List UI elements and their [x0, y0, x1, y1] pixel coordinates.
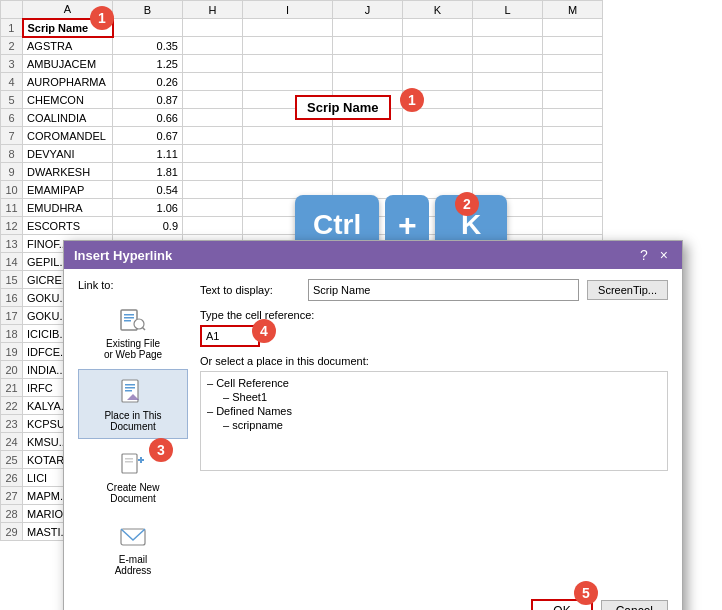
cell-a12[interactable]: ESCORTS: [23, 217, 113, 235]
tree-defined-names[interactable]: – Defined Names: [207, 404, 661, 418]
cell-empty[interactable]: [543, 109, 603, 127]
cell-empty[interactable]: [543, 19, 603, 37]
cell-b8[interactable]: 1.11: [113, 145, 183, 163]
col-header-h[interactable]: H: [183, 1, 243, 19]
cell-empty[interactable]: [543, 145, 603, 163]
cell-empty[interactable]: [473, 19, 543, 37]
cell-b9[interactable]: 1.81: [113, 163, 183, 181]
cell-b12[interactable]: 0.9: [113, 217, 183, 235]
cell-empty[interactable]: [403, 145, 473, 163]
cell-empty[interactable]: [183, 37, 243, 55]
cell-b11[interactable]: 1.06: [113, 199, 183, 217]
link-option-create-new[interactable]: Create NewDocument 3: [78, 441, 188, 511]
cell-a4[interactable]: AUROPHARMA: [23, 73, 113, 91]
cell-empty[interactable]: [243, 163, 333, 181]
screentip-button[interactable]: ScreenTip...: [587, 280, 668, 300]
cell-b2[interactable]: 0.35: [113, 37, 183, 55]
cell-a2[interactable]: AGSTRA: [23, 37, 113, 55]
tree-cell-reference[interactable]: – Cell Reference: [207, 376, 661, 390]
badge-1-header: 1: [90, 6, 114, 30]
cell-a10[interactable]: EMAMIPAP: [23, 181, 113, 199]
cell-empty[interactable]: [243, 19, 333, 37]
cell-empty[interactable]: [333, 127, 403, 145]
cell-empty[interactable]: [183, 145, 243, 163]
cell-empty[interactable]: [473, 127, 543, 145]
cell-empty[interactable]: [183, 181, 243, 199]
cell-empty[interactable]: [333, 145, 403, 163]
cell-empty[interactable]: [473, 163, 543, 181]
cell-empty[interactable]: [543, 73, 603, 91]
col-header-k[interactable]: K: [403, 1, 473, 19]
cell-empty[interactable]: [403, 127, 473, 145]
cell-empty[interactable]: [183, 163, 243, 181]
cell-empty[interactable]: [243, 73, 333, 91]
cell-empty[interactable]: [183, 55, 243, 73]
cell-empty[interactable]: [473, 91, 543, 109]
cell-empty[interactable]: [243, 55, 333, 73]
cell-empty[interactable]: [473, 37, 543, 55]
cell-empty[interactable]: [543, 163, 603, 181]
cell-empty[interactable]: [183, 199, 243, 217]
cell-empty[interactable]: [333, 55, 403, 73]
row-number: 13: [1, 235, 23, 253]
col-header-m[interactable]: M: [543, 1, 603, 19]
cell-empty[interactable]: [243, 37, 333, 55]
cell-empty[interactable]: [403, 37, 473, 55]
col-header-l[interactable]: L: [473, 1, 543, 19]
cell-a6[interactable]: COALINDIA: [23, 109, 113, 127]
cell-empty[interactable]: [183, 73, 243, 91]
cell-empty[interactable]: [543, 127, 603, 145]
col-header-b[interactable]: B: [113, 1, 183, 19]
tree-scripname[interactable]: – scripname: [207, 418, 661, 432]
cell-empty[interactable]: [473, 73, 543, 91]
cell-b3[interactable]: 1.25: [113, 55, 183, 73]
col-header-j[interactable]: J: [333, 1, 403, 19]
cell-b5[interactable]: 0.87: [113, 91, 183, 109]
cell-b10[interactable]: 0.54: [113, 181, 183, 199]
cell-a7[interactable]: COROMANDEL: [23, 127, 113, 145]
cell-a8[interactable]: DEVYANI: [23, 145, 113, 163]
cell-a5[interactable]: CHEMCON: [23, 91, 113, 109]
cell-empty[interactable]: [543, 55, 603, 73]
cell-empty[interactable]: [183, 127, 243, 145]
cell-a11[interactable]: EMUDHRA: [23, 199, 113, 217]
cell-empty[interactable]: [243, 145, 333, 163]
cell-empty[interactable]: [403, 55, 473, 73]
cell-empty[interactable]: [183, 91, 243, 109]
cell-empty[interactable]: [183, 109, 243, 127]
cell-empty[interactable]: [543, 91, 603, 109]
cell-empty[interactable]: [543, 217, 603, 235]
cell-empty[interactable]: [183, 217, 243, 235]
cell-empty[interactable]: [473, 55, 543, 73]
cell-empty[interactable]: [333, 19, 403, 37]
cell-empty[interactable]: [543, 181, 603, 199]
cell-a9[interactable]: DWARKESH: [23, 163, 113, 181]
cell-ref-input[interactable]: [200, 325, 260, 347]
col-header-i[interactable]: I: [243, 1, 333, 19]
cell-b6[interactable]: 0.66: [113, 109, 183, 127]
cell-empty[interactable]: [543, 37, 603, 55]
cell-empty[interactable]: [543, 199, 603, 217]
link-option-existing-file[interactable]: Existing Fileor Web Page: [78, 297, 188, 367]
cell-b4[interactable]: 0.26: [113, 73, 183, 91]
cell-empty[interactable]: [473, 145, 543, 163]
cell-empty[interactable]: [403, 19, 473, 37]
tree-sheet1[interactable]: – Sheet1: [207, 390, 661, 404]
cell-empty[interactable]: [473, 109, 543, 127]
cell-b1[interactable]: [113, 19, 183, 37]
cell-empty[interactable]: [403, 163, 473, 181]
cell-empty[interactable]: [333, 73, 403, 91]
cancel-button[interactable]: Cancel: [601, 600, 668, 610]
dialog-close-button[interactable]: ×: [656, 247, 672, 263]
cell-a3[interactable]: AMBUJACEM: [23, 55, 113, 73]
cell-empty[interactable]: [333, 163, 403, 181]
link-option-place-in-doc[interactable]: Place in ThisDocument: [78, 369, 188, 439]
cell-empty[interactable]: [243, 127, 333, 145]
place-in-doc-icon: [117, 376, 149, 408]
cell-empty[interactable]: [183, 19, 243, 37]
text-display-input[interactable]: [308, 279, 579, 301]
dialog-help-button[interactable]: ?: [636, 247, 652, 263]
cell-empty[interactable]: [333, 37, 403, 55]
cell-b7[interactable]: 0.67: [113, 127, 183, 145]
link-option-email[interactable]: E-mailAddress: [78, 513, 188, 583]
